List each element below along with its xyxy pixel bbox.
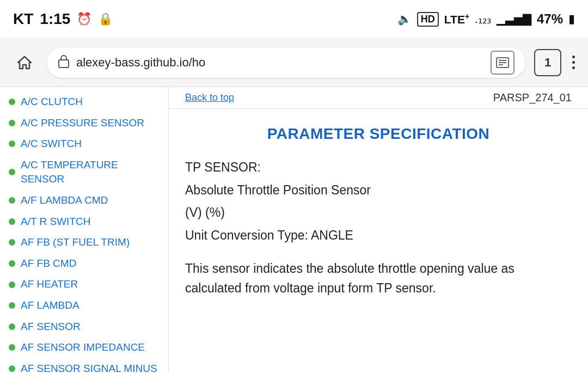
url-bar[interactable]: alexey-bass.github.io/ho xyxy=(47,47,525,78)
nav-dot xyxy=(9,169,15,175)
spec-line-1: TP SENSOR: xyxy=(185,158,572,178)
nav-item-label: A/F LAMBDA CMD xyxy=(21,193,108,208)
hd-badge: HD xyxy=(417,12,439,27)
sidebar-item[interactable]: A/C SWITCH xyxy=(0,133,168,155)
sidebar-item[interactable]: AF SENSOR SIGNAL MINUS xyxy=(0,358,168,373)
nav-dot xyxy=(9,218,15,225)
nav-dot xyxy=(9,302,15,309)
nav-item-label: AF SENSOR SIGNAL MINUS xyxy=(21,362,157,373)
section-title: PARAMETER SPECIFICATION xyxy=(185,125,572,143)
lock-status-icon: 🔒 xyxy=(98,12,113,26)
nav-item-label: A/C SWITCH xyxy=(21,137,82,151)
svg-rect-0 xyxy=(59,60,69,68)
sidebar-item[interactable]: A/C TEMPERATURE SENSOR xyxy=(0,155,168,190)
home-button[interactable] xyxy=(11,49,38,76)
sidebar-item[interactable]: A/F LAMBDA CMD xyxy=(0,190,168,211)
nav-item-label: AF FB (ST FUEL TRIM) xyxy=(21,235,130,250)
browser-bar: alexey-bass.github.io/ho 1 xyxy=(0,38,588,87)
status-bar: KT 1:15 ⏰ 🔒 🔈 HD LTE+ .₁₂₃ ▁▃▅▇ 47% ▮ xyxy=(0,0,588,38)
nav-dot xyxy=(9,260,15,267)
nav-item-label: AF SENSOR xyxy=(21,320,81,334)
main-content: Back to top PARSP_274_01 PARAMETER SPECI… xyxy=(169,87,588,373)
nav-dot xyxy=(9,282,15,288)
main-inner: PARAMETER SPECIFICATION TP SENSOR: Absol… xyxy=(169,109,588,315)
doc-id-label: PARSP_274_01 xyxy=(493,91,572,104)
nav-dot xyxy=(9,120,15,126)
top-bar: Back to top PARSP_274_01 xyxy=(169,87,588,109)
carrier-label: KT xyxy=(13,10,33,28)
nav-dot xyxy=(9,197,15,204)
sidebar-item[interactable]: A/C CLUTCH xyxy=(0,91,168,113)
reader-mode-button[interactable] xyxy=(491,51,514,75)
nav-dot xyxy=(9,239,15,246)
nav-item-label: A/C CLUTCH xyxy=(21,95,83,109)
battery-pct: 47% xyxy=(537,11,563,27)
lte-badge: LTE+ xyxy=(444,12,469,26)
nav-dot xyxy=(9,323,15,330)
nav-item-label: A/C TEMPERATURE SENSOR xyxy=(21,158,160,187)
back-to-top-link[interactable]: Back to top xyxy=(185,92,234,103)
menu-dot-3 xyxy=(572,66,575,69)
tab-count-label: 1 xyxy=(544,56,551,70)
nav-dot xyxy=(9,140,15,147)
battery-icon: ▮ xyxy=(568,12,575,26)
status-right: 🔈 HD LTE+ .₁₂₃ ▁▃▅▇ 47% ▮ xyxy=(397,11,575,27)
spec-content: TP SENSOR: Absolute Throttle Position Se… xyxy=(185,158,572,246)
signal-bars: ▁▃▅▇ xyxy=(497,13,531,26)
spec-line-2: Absolute Throttle Position Sensor xyxy=(185,181,572,200)
mute-icon: 🔈 xyxy=(397,13,412,26)
content-area: A/C CLUTCHA/C PRESSURE SENSORA/C SWITCHA… xyxy=(0,87,588,373)
status-left: KT 1:15 ⏰ 🔒 xyxy=(13,10,113,28)
nav-dot xyxy=(9,344,15,351)
url-lock-icon xyxy=(58,54,70,71)
nav-item-label: AF SENSOR IMPEDANCE xyxy=(21,340,145,355)
nav-sidebar: A/C CLUTCHA/C PRESSURE SENSORA/C SWITCHA… xyxy=(0,87,169,373)
tab-count-button[interactable]: 1 xyxy=(534,49,561,76)
menu-dot-2 xyxy=(572,61,575,64)
menu-dot-1 xyxy=(572,56,575,58)
nav-item-label: A/C PRESSURE SENSOR xyxy=(21,116,144,131)
nav-item-label: A/T R SWITCH xyxy=(21,215,90,229)
sidebar-item[interactable]: A/C PRESSURE SENSOR xyxy=(0,113,168,134)
spec-line-3: (V) (%) xyxy=(185,203,572,223)
nav-item-label: AF FB CMD xyxy=(21,256,76,271)
sidebar-item[interactable]: AF SENSOR IMPEDANCE xyxy=(0,337,168,358)
sidebar-item[interactable]: AF SENSOR xyxy=(0,316,168,338)
spec-line-4: Unit Conversion Type: ANGLE xyxy=(185,226,572,246)
sidebar-item[interactable]: AF FB CMD xyxy=(0,253,168,274)
nav-item-label: AF HEATER xyxy=(21,277,78,292)
sidebar-item[interactable]: A/T R SWITCH xyxy=(0,211,168,233)
menu-button[interactable] xyxy=(570,52,577,72)
time-label: 1:15 xyxy=(40,10,70,28)
sidebar-item[interactable]: AF HEATER xyxy=(0,274,168,295)
nav-dot xyxy=(9,99,15,105)
alarm-icon: ⏰ xyxy=(77,12,91,26)
sidebar-item[interactable]: AF FB (ST FUEL TRIM) xyxy=(0,232,168,253)
sidebar-item[interactable]: AF LAMBDA xyxy=(0,295,168,316)
nav-dot xyxy=(9,365,15,372)
spec-body: This sensor indicates the absolute throt… xyxy=(185,259,572,299)
signal-icon: .₁₂₃ xyxy=(475,13,491,26)
url-text: alexey-bass.github.io/ho xyxy=(76,56,484,70)
nav-item-label: AF LAMBDA xyxy=(21,298,79,313)
